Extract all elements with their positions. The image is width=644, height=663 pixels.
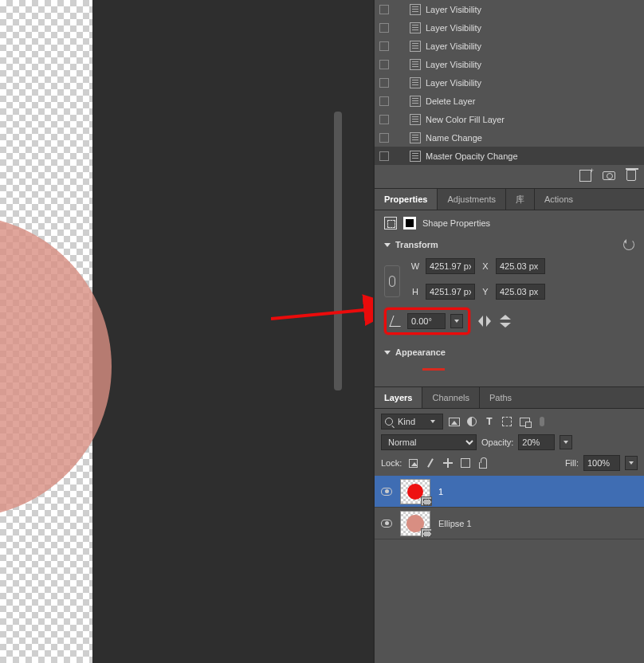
tab-channels[interactable]: Channels — [422, 387, 478, 408]
new-snapshot-icon[interactable] — [579, 170, 591, 182]
canvas-area[interactable] — [0, 0, 330, 663]
fill-label: Fill: — [565, 458, 579, 468]
history-item[interactable]: Layer Visibility — [375, 73, 644, 92]
history-item[interactable]: Layer Visibility — [375, 37, 644, 55]
visibility-eye-icon[interactable] — [381, 488, 392, 496]
opacity-field[interactable]: 20% — [518, 434, 555, 450]
history-label: Layer Visibility — [426, 23, 481, 33]
history-checkbox[interactable] — [379, 23, 389, 33]
layer-name[interactable]: 1 — [438, 487, 443, 496]
lock-pixels-icon[interactable] — [424, 457, 437, 469]
filter-smart-icon[interactable] — [518, 415, 531, 428]
layer-name[interactable]: Ellipse 1 — [438, 519, 472, 528]
filter-shape-icon[interactable] — [501, 415, 513, 428]
history-step-icon — [410, 96, 421, 107]
tab-layers[interactable]: Layers — [375, 387, 422, 408]
lock-position-icon[interactable] — [442, 457, 454, 469]
y-label: Y — [480, 287, 491, 296]
width-field[interactable] — [426, 258, 475, 274]
history-item[interactable]: Name Change — [375, 128, 644, 147]
layer-thumbnail[interactable] — [400, 511, 430, 536]
lock-transparency-icon[interactable] — [406, 457, 419, 469]
vector-mask-badge[interactable] — [421, 528, 432, 538]
filter-pixel-icon[interactable] — [448, 415, 461, 428]
tab-paths[interactable]: Paths — [480, 387, 521, 408]
history-label: Layer Visibility — [426, 60, 481, 69]
opacity-value: 20% — [522, 437, 540, 447]
height-field[interactable] — [426, 284, 475, 300]
x-field[interactable] — [496, 258, 545, 274]
visibility-eye-icon[interactable] — [381, 520, 392, 528]
history-item[interactable]: Layer Visibility — [375, 55, 644, 73]
history-checkbox[interactable] — [379, 96, 389, 106]
history-label: Name Change — [426, 133, 482, 143]
history-label: Layer Visibility — [426, 78, 481, 88]
flip-horizontal-icon[interactable] — [478, 316, 491, 327]
tab-libraries[interactable]: 库 — [506, 189, 534, 210]
history-label: Layer Visibility — [426, 41, 481, 51]
history-step-icon — [410, 41, 421, 52]
vector-mask-badge[interactable] — [421, 496, 432, 506]
search-icon — [385, 418, 393, 426]
x-label: X — [480, 261, 491, 271]
blend-mode-select[interactable]: Normal — [381, 434, 477, 450]
filter-toggle[interactable] — [536, 415, 548, 428]
tab-actions[interactable]: Actions — [535, 189, 583, 210]
history-item[interactable]: Layer Visibility — [375, 18, 644, 37]
camera-icon[interactable] — [603, 171, 615, 180]
rotation-field[interactable] — [407, 313, 446, 329]
rotation-dropdown[interactable] — [450, 314, 463, 328]
transform-header[interactable]: Transform — [375, 236, 644, 253]
history-checkbox[interactable] — [379, 115, 389, 124]
canvas-scrollbar[interactable] — [334, 112, 342, 390]
mask-icon[interactable] — [403, 217, 416, 230]
live-shape-icon[interactable] — [384, 217, 397, 230]
opacity-label: Opacity: — [481, 437, 513, 447]
history-item[interactable]: Delete Layer — [375, 92, 644, 110]
opacity-dropdown[interactable] — [560, 435, 572, 449]
history-item[interactable]: New Color Fill Layer — [375, 110, 644, 128]
history-checkbox[interactable] — [379, 78, 389, 88]
shape-properties-label: Shape Properties — [422, 218, 490, 228]
history-checkbox[interactable] — [379, 41, 389, 51]
history-step-icon — [410, 77, 421, 88]
fill-field[interactable]: 100% — [583, 455, 620, 471]
height-label: H — [410, 287, 421, 296]
lock-artboard-icon[interactable] — [459, 457, 472, 469]
history-label: New Color Fill Layer — [426, 115, 505, 124]
fill-dropdown[interactable] — [625, 456, 638, 470]
y-field[interactable] — [496, 284, 545, 300]
annotation-underline — [422, 368, 445, 371]
history-step-icon — [410, 114, 421, 125]
chevron-down-icon — [384, 243, 391, 247]
filter-type-icon[interactable]: T — [483, 415, 496, 428]
filter-adjustment-icon[interactable] — [465, 415, 478, 428]
layer-row[interactable]: Ellipse 1 — [375, 508, 644, 539]
lock-all-icon[interactable] — [477, 457, 489, 469]
layers-tab-bar: Layers Channels Paths — [375, 386, 644, 409]
history-item[interactable]: Master Opacity Change — [375, 147, 644, 165]
history-item[interactable]: Layer Visibility — [375, 0, 644, 18]
layer-thumbnail[interactable] — [400, 479, 430, 504]
tab-properties[interactable]: Properties — [375, 189, 437, 210]
shape-ellipse[interactable] — [0, 215, 112, 518]
filter-kind-label: Kind — [398, 417, 415, 426]
link-wh-icon[interactable] — [384, 265, 400, 297]
trash-icon[interactable] — [626, 170, 636, 181]
lock-label: Lock: — [381, 458, 402, 468]
history-checkbox[interactable] — [379, 5, 389, 14]
layer-row[interactable]: 1 — [375, 476, 644, 508]
angle-icon — [389, 316, 404, 327]
rotation-control — [384, 308, 470, 335]
history-label: Master Opacity Change — [426, 151, 518, 161]
flip-vertical-icon[interactable] — [500, 315, 511, 328]
history-checkbox[interactable] — [379, 133, 389, 143]
reset-icon[interactable] — [623, 239, 634, 250]
chevron-down-icon — [384, 351, 391, 355]
fill-value: 100% — [587, 458, 610, 468]
filter-kind[interactable]: Kind — [381, 414, 443, 430]
tab-adjustments[interactable]: Adjustments — [438, 189, 505, 210]
history-checkbox[interactable] — [379, 151, 389, 161]
history-checkbox[interactable] — [379, 60, 389, 69]
appearance-header[interactable]: Appearance — [375, 344, 644, 360]
